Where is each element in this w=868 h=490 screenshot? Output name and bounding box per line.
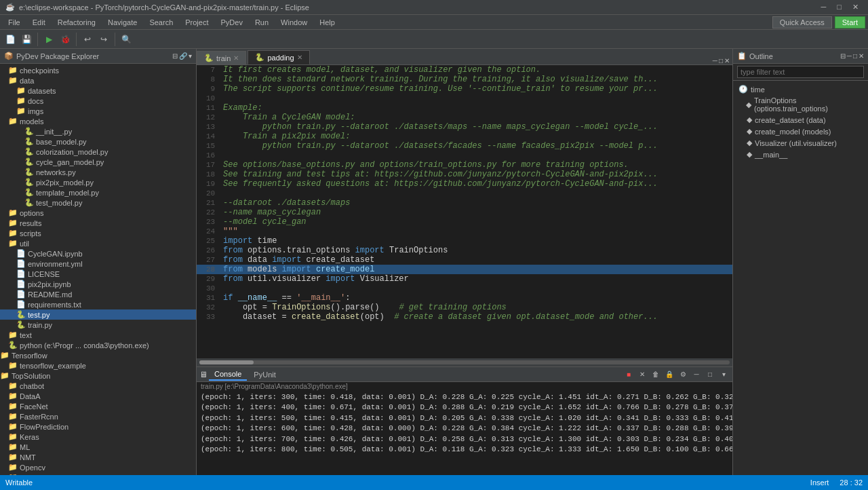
- scrollbar-track[interactable]: [199, 360, 730, 364]
- line-content[interactable]: [220, 151, 732, 160]
- line-content[interactable]: See training and test tips at: https://g…: [220, 170, 732, 179]
- tree-item-python--e--progr-----conda3-python-exe-[interactable]: 🐍python (e:\Progr ... conda3\python.exe): [0, 340, 196, 350]
- tree-item-text[interactable]: 📁text: [0, 330, 196, 340]
- tree-item-topsolution[interactable]: 📁TopSolution: [0, 371, 196, 381]
- tree-item-pix2pix-ipynb[interactable]: 📄pix2pix.ipynb: [0, 279, 196, 289]
- console-view-menu-button[interactable]: ▾: [717, 369, 730, 381]
- tree-item-ml[interactable]: 📁ML: [0, 442, 196, 452]
- line-content[interactable]: python train.py --dataroot ./datasets/fa…: [220, 141, 732, 151]
- new-file-button[interactable]: 📄: [3, 32, 18, 47]
- maximize-button[interactable]: □: [833, 3, 846, 12]
- tree-item-datasets[interactable]: 📁datasets: [0, 86, 196, 96]
- line-content[interactable]: [220, 284, 732, 293]
- tab-padding[interactable]: 🐍 padding ✕: [248, 50, 309, 64]
- tree-item-util[interactable]: 📁util: [0, 238, 196, 248]
- console-clear-button[interactable]: 🗑: [650, 369, 662, 381]
- start-button[interactable]: Start: [835, 16, 865, 29]
- menu-refactoring[interactable]: Refactoring: [52, 17, 101, 28]
- tree-item-nmt[interactable]: 📁NMT: [0, 452, 196, 462]
- line-content[interactable]: Train a CycleGAN model:: [220, 113, 732, 122]
- outline-item---main--[interactable]: ◆__main__: [733, 149, 868, 160]
- run-button[interactable]: ▶: [41, 32, 56, 47]
- menu-project[interactable]: Project: [180, 17, 214, 28]
- collapse-all-icon[interactable]: ⊟: [172, 52, 178, 60]
- tree-item-flowprediction[interactable]: 📁FlowPrediction: [0, 421, 196, 432]
- console-maximize-button[interactable]: □: [704, 369, 716, 381]
- save-button[interactable]: 💾: [19, 32, 34, 47]
- tree-item-networks-py[interactable]: 🐍networks.py: [0, 167, 196, 177]
- line-content[interactable]: if __name__ == '__main__':: [220, 293, 732, 303]
- tree-item-models[interactable]: 📁models: [0, 116, 196, 126]
- tree-item-license[interactable]: 📄LICENSE: [0, 269, 196, 279]
- line-content[interactable]: Train a pix2pix model:: [220, 132, 732, 141]
- line-content[interactable]: from util.visualizer import Visualizer: [220, 274, 732, 284]
- debug-button[interactable]: 🐞: [58, 32, 73, 47]
- line-content[interactable]: [220, 94, 732, 103]
- line-content[interactable]: from options.train_options import TrainO…: [220, 246, 732, 255]
- outline-minimize-icon[interactable]: ─: [847, 52, 852, 60]
- menu-search[interactable]: Search: [144, 17, 178, 28]
- tree-item-checkpoints[interactable]: 📁checkpoints: [0, 65, 196, 75]
- tab-train[interactable]: 🐍 train ✕: [197, 51, 246, 64]
- menu-pydev[interactable]: PyDev: [216, 17, 248, 28]
- outline-item-create-model--models-[interactable]: ◆create_model (models): [733, 126, 868, 137]
- outline-item-trainoptions--options-train-op[interactable]: ◆TrainOptions (options.train_options): [733, 95, 868, 114]
- tree-item-opencv[interactable]: 📁Opencv: [0, 462, 196, 472]
- tree-item-tensorflow[interactable]: 📁Tensorflow: [0, 350, 196, 360]
- minimize-button[interactable]: ─: [817, 3, 831, 12]
- console-scroll-lock-button[interactable]: 🔒: [663, 369, 675, 381]
- tree-item-train-py[interactable]: 🐍train.py: [0, 320, 196, 330]
- line-content[interactable]: It then does standard network training. …: [220, 75, 732, 84]
- quick-access-button[interactable]: Quick Access: [772, 16, 832, 29]
- tree-item-tensorflow-example[interactable]: 📁tensorflow_example: [0, 360, 196, 371]
- link-with-editor-icon[interactable]: 🔗: [179, 52, 187, 60]
- line-content[interactable]: python train.py --dataroot ./datasets/ma…: [220, 122, 732, 132]
- outline-close-icon[interactable]: ✕: [859, 52, 864, 60]
- line-content[interactable]: opt = TrainOptions().parse() # get train…: [220, 303, 732, 312]
- line-content[interactable]: from models import create_model: [220, 265, 732, 274]
- menu-file[interactable]: File: [3, 17, 26, 28]
- tree-item---init---py[interactable]: 🐍__init__.py: [0, 126, 196, 136]
- tree-item-cyclegan-ipynb[interactable]: 📄CycleGAN.ipynb: [0, 248, 196, 259]
- tree-item-scripts[interactable]: 📁scripts: [0, 228, 196, 238]
- menu-navigate[interactable]: Navigate: [102, 17, 142, 28]
- console-terminate-button[interactable]: ■: [623, 369, 635, 381]
- menu-help[interactable]: Help: [314, 17, 340, 28]
- tree-item-facenet[interactable]: 📁FaceNet: [0, 401, 196, 411]
- menu-window[interactable]: Window: [275, 17, 313, 28]
- outline-item-create-dataset--data-[interactable]: ◆create_dataset (data): [733, 114, 868, 126]
- line-content[interactable]: from data import create_dataset: [220, 255, 732, 265]
- tree-item-base-model-py[interactable]: 🐍base_model.py: [0, 136, 196, 147]
- tree-item-imgs[interactable]: 📁imgs: [0, 106, 196, 116]
- editor-maximize-icon[interactable]: □: [719, 57, 723, 64]
- tree-item-chatbot[interactable]: 📁chatbot: [0, 381, 196, 391]
- tree-item-test-model-py[interactable]: 🐍test_model.py: [0, 197, 196, 208]
- console-minimize-button[interactable]: ─: [690, 369, 703, 381]
- tree-item-test-py[interactable]: 🐍test.py: [0, 309, 196, 320]
- tree-item-options[interactable]: 📁options: [0, 208, 196, 218]
- tree-item-keras[interactable]: 📁Keras: [0, 432, 196, 442]
- menu-edit[interactable]: Edit: [27, 17, 51, 28]
- line-content[interactable]: Example:: [220, 103, 732, 113]
- console-remove-button[interactable]: ✕: [636, 369, 648, 381]
- code-editor[interactable]: 7It first creates model, dataset, and vi…: [197, 65, 732, 358]
- outline-collapse-icon[interactable]: ⊟: [840, 52, 846, 60]
- horizontal-scrollbar[interactable]: [197, 358, 732, 366]
- search-button[interactable]: 🔍: [119, 32, 134, 47]
- tree-item-docs[interactable]: 📁docs: [0, 96, 196, 106]
- line-content[interactable]: It first creates model, dataset, and vis…: [220, 65, 732, 75]
- tree-item-results[interactable]: 📁results: [0, 218, 196, 228]
- tree-item-readme-md[interactable]: 📄README.md: [0, 289, 196, 299]
- line-content[interactable]: --dataroot ./datasets/maps: [220, 198, 732, 208]
- line-content[interactable]: --model cycle_gan: [220, 217, 732, 227]
- tree-item-dataa[interactable]: 📁DataA: [0, 391, 196, 401]
- train-tab-close[interactable]: ✕: [233, 54, 239, 62]
- line-content[interactable]: See options/base_options.py and options/…: [220, 160, 732, 170]
- redo-button[interactable]: ↪: [96, 32, 111, 47]
- line-content[interactable]: The script supports continue/resume trai…: [220, 84, 732, 94]
- editor-minimize-icon[interactable]: ─: [713, 57, 717, 64]
- close-button[interactable]: ✕: [848, 3, 863, 12]
- tree-item-data[interactable]: 📁data: [0, 75, 196, 86]
- padding-tab-close[interactable]: ✕: [297, 54, 302, 61]
- tree-item-colorization-model-py[interactable]: 🐍colorization_model.py: [0, 147, 196, 157]
